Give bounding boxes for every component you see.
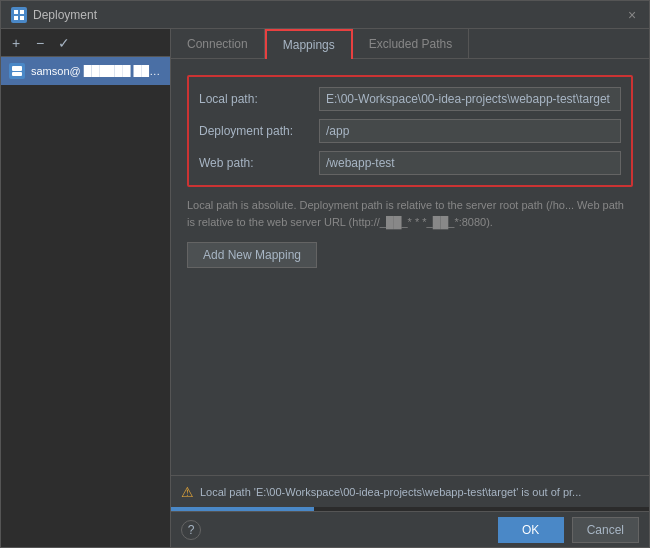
svg-rect-2 <box>14 16 18 20</box>
local-path-input[interactable] <box>319 87 621 111</box>
add-mapping-button[interactable]: Add New Mapping <box>187 242 317 268</box>
cancel-button[interactable]: Cancel <box>572 517 639 543</box>
server-list-item[interactable]: samson@ ██████ ██ ████ <box>1 57 170 85</box>
window-title: Deployment <box>33 8 625 22</box>
server-name: samson@ ██████ ██ ████ <box>31 65 162 77</box>
deployment-path-label: Deployment path: <box>199 124 319 138</box>
server-icon <box>9 63 25 79</box>
warning-icon: ⚠ <box>181 484 194 500</box>
tab-mappings[interactable]: Mappings <box>265 29 353 59</box>
title-bar: Deployment × <box>1 1 649 29</box>
main-area: Connection Mappings Excluded Paths Local… <box>171 29 649 547</box>
window-icon <box>11 7 27 23</box>
svg-rect-1 <box>20 10 24 14</box>
svg-rect-0 <box>14 10 18 14</box>
sidebar: + − ✓ samson@ ██████ ██ ████ <box>1 29 171 547</box>
mappings-panel: Local path: Deployment path: Web path: L… <box>171 59 649 475</box>
deployment-dialog: Deployment × + − ✓ samson@ ██████ ██ ███… <box>0 0 650 548</box>
tab-bar: Connection Mappings Excluded Paths <box>171 29 649 59</box>
status-message: Local path 'E:\00-Workspace\00-idea-proj… <box>200 486 639 498</box>
mapping-fields-group: Local path: Deployment path: Web path: <box>187 75 633 187</box>
spacer <box>187 268 633 459</box>
web-path-row: Web path: <box>199 151 621 175</box>
help-text: Local path is absolute. Deployment path … <box>187 197 633 230</box>
add-server-button[interactable]: + <box>5 32 27 54</box>
bottom-bar: ? OK Cancel <box>171 511 649 547</box>
sidebar-toolbar: + − ✓ <box>1 29 170 57</box>
close-icon[interactable]: × <box>625 8 639 22</box>
local-path-row: Local path: <box>199 87 621 111</box>
web-path-input[interactable] <box>319 151 621 175</box>
check-server-button[interactable]: ✓ <box>53 32 75 54</box>
status-bar: ⚠ Local path 'E:\00-Workspace\00-idea-pr… <box>171 475 649 507</box>
svg-rect-3 <box>20 16 24 20</box>
remove-server-button[interactable]: − <box>29 32 51 54</box>
deployment-path-input[interactable] <box>319 119 621 143</box>
deployment-path-row: Deployment path: <box>199 119 621 143</box>
svg-rect-5 <box>12 72 22 76</box>
help-button[interactable]: ? <box>181 520 201 540</box>
local-path-label: Local path: <box>199 92 319 106</box>
tab-connection[interactable]: Connection <box>171 29 265 58</box>
web-path-label: Web path: <box>199 156 319 170</box>
tab-excluded-paths[interactable]: Excluded Paths <box>353 29 469 58</box>
svg-rect-4 <box>12 66 22 71</box>
ok-button[interactable]: OK <box>498 517 564 543</box>
content-area: + − ✓ samson@ ██████ ██ ████ Connection … <box>1 29 649 547</box>
